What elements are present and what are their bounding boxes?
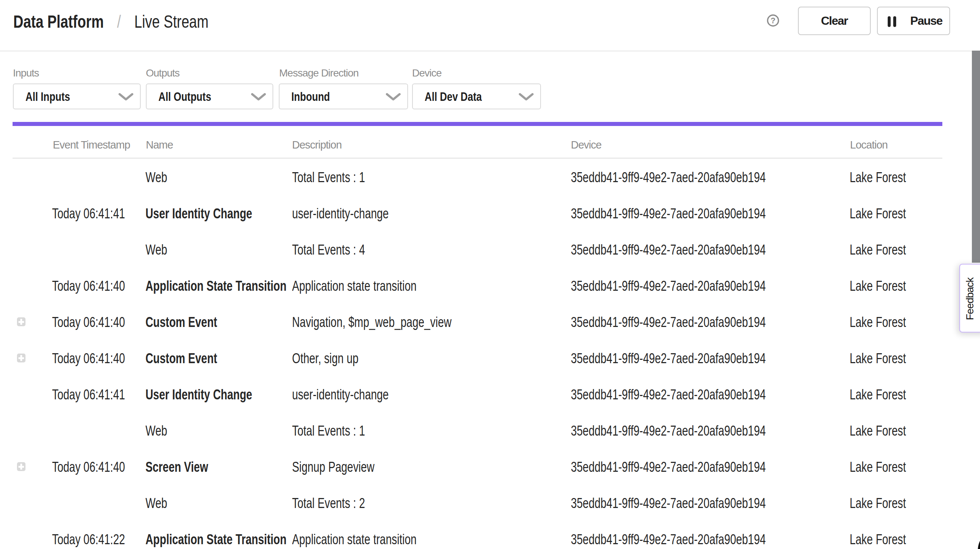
svg-text:?: ? <box>771 16 775 25</box>
